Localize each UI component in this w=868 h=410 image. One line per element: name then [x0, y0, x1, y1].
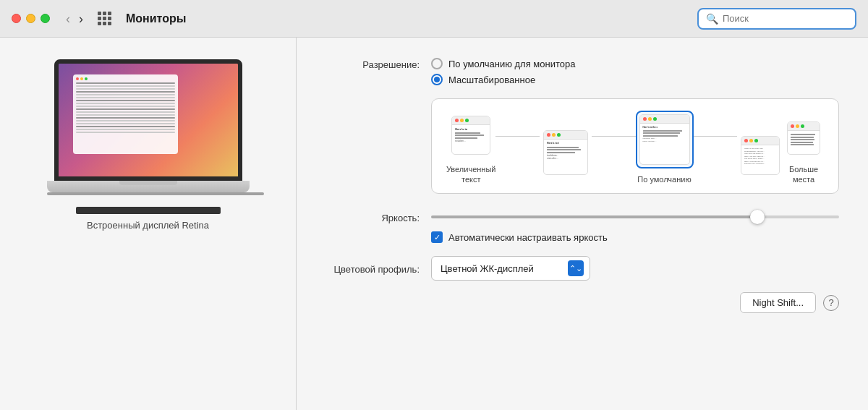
scale-option-3[interactable]: Here's to the c ones who see t…rules. An…	[636, 111, 694, 184]
resolution-scaled-radio[interactable]	[431, 74, 443, 85]
auto-brightness-label: Автоматически настраивать яркость	[448, 232, 608, 243]
scale-option-5[interactable]: Большеместа	[783, 118, 824, 185]
resolution-default-radio[interactable]	[431, 58, 443, 69]
display-label: Встроенный дисплей Retina	[76, 207, 221, 231]
scale-option-4[interactable]: Here's to the crazy onetroublemakers. Th…	[737, 132, 783, 184]
display-bar	[76, 207, 221, 214]
checkbox-check-icon: ✓	[434, 234, 441, 242]
display-name: Встроенный дисплей Retina	[87, 220, 209, 231]
search-icon: 🔍	[706, 13, 718, 25]
laptop-feet	[47, 192, 264, 195]
titlebar: ‹ › Мониторы 🔍	[0, 0, 868, 38]
resolution-row: Разрешение: По умолчанию для монитора Ма…	[326, 58, 839, 85]
forward-button[interactable]: ›	[76, 11, 86, 27]
laptop-base	[47, 181, 250, 192]
apps-grid-icon[interactable]	[98, 12, 111, 25]
resolution-label: Разрешение:	[326, 58, 420, 70]
resolution-controls: По умолчанию для монитора Масштабированн…	[431, 58, 575, 85]
scale-caption-5: Большеместа	[789, 164, 818, 185]
laptop-screen	[54, 59, 242, 181]
maximize-button[interactable]	[41, 14, 50, 23]
color-profile-value: Цветной ЖК-дисплей	[441, 263, 562, 274]
help-button[interactable]: ?	[823, 295, 839, 311]
nav-buttons: ‹ ›	[63, 11, 86, 27]
scale-option-1[interactable]: Here's to troublem… Увеличенныйтекст	[446, 112, 495, 185]
brightness-track	[431, 215, 839, 218]
scale-preview-5	[783, 118, 824, 158]
brightness-row: Яркость:	[326, 210, 839, 224]
search-input[interactable]	[723, 13, 838, 24]
scale-preview-4: Here's to the crazy onetroublemakers. Th…	[737, 132, 783, 179]
minimize-button[interactable]	[26, 14, 35, 23]
resolution-default-option[interactable]: По умолчанию для монитора	[431, 58, 575, 69]
scale-divider-3	[694, 136, 738, 137]
color-profile-dropdown[interactable]: Цветной ЖК-дисплей ⌃⌄	[431, 256, 590, 281]
scale-preview-2: Here's to t troublema…ones who…	[540, 127, 592, 179]
search-box[interactable]: 🔍	[697, 8, 856, 30]
back-button[interactable]: ‹	[63, 11, 73, 27]
close-button[interactable]	[12, 14, 21, 23]
resolution-scaled-label: Масштабированное	[448, 74, 535, 85]
window-title: Мониторы	[126, 12, 689, 25]
main-content: Встроенный дисплей Retina Разрешение: По…	[0, 38, 868, 410]
monitor-preview	[47, 59, 250, 195]
bottom-row: Night Shift... ?	[326, 292, 839, 313]
brightness-thumb[interactable]	[750, 210, 765, 224]
scale-divider-1	[495, 136, 540, 137]
resolution-scaled-option[interactable]: Масштабированное	[431, 74, 575, 85]
scale-option-2[interactable]: Here's to t troublema…ones who…	[540, 127, 592, 184]
scale-options: Here's to troublem… Увеличенныйтекст	[431, 98, 839, 194]
brightness-slider-container[interactable]	[431, 210, 839, 224]
sidebar: Встроенный дисплей Retina	[0, 38, 297, 410]
dropdown-arrow-icon: ⌃⌄	[568, 260, 584, 276]
auto-brightness-option[interactable]: ✓ Автоматически настраивать яркость	[431, 231, 608, 243]
settings-panel: Разрешение: По умолчанию для монитора Ма…	[297, 38, 868, 410]
scale-preview-3: Here's to the c ones who see t…rules. An…	[636, 111, 694, 168]
brightness-label: Яркость:	[326, 211, 420, 223]
scale-caption-1: Увеличенныйтекст	[446, 164, 495, 185]
resolution-default-label: По умолчанию для монитора	[448, 59, 575, 69]
traffic-lights	[12, 14, 50, 23]
scale-preview-1: Here's to troublem…	[448, 112, 494, 158]
screen-window	[73, 74, 178, 154]
auto-brightness-row: ✓ Автоматически настраивать яркость	[431, 231, 839, 243]
night-shift-button[interactable]: Night Shift...	[740, 292, 816, 313]
scale-divider-2	[592, 136, 636, 137]
color-profile-row: Цветовой профиль: Цветной ЖК-дисплей ⌃⌄	[326, 256, 839, 281]
scale-caption-3: По умолчанию	[637, 174, 691, 184]
auto-brightness-checkbox[interactable]: ✓	[431, 231, 443, 243]
color-profile-label: Цветовой профиль:	[326, 262, 420, 275]
